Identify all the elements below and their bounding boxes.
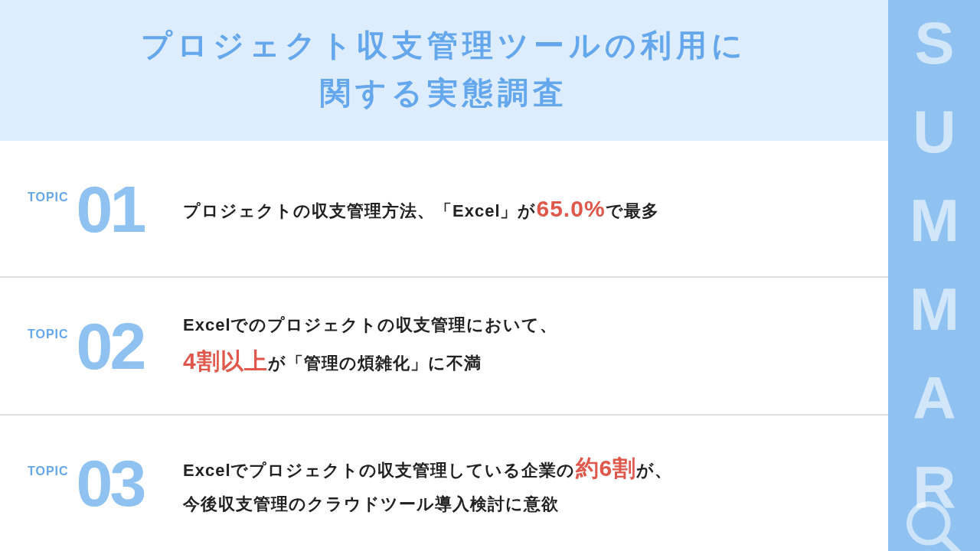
topic-emphasis: 65.0% bbox=[537, 196, 606, 221]
topic-item-3: TOPIC 03 Excelでプロジェクトの収支管理している企業の約6割が、 今… bbox=[0, 414, 888, 551]
topic-text-line1: Excelでのプロジェクトの収支管理において、 bbox=[183, 315, 558, 334]
topic-text-post: で最多 bbox=[606, 201, 659, 220]
topic-number: 01 bbox=[77, 176, 144, 242]
main-content: プロジェクト収支管理ツールの利用に 関する実態調査 TOPIC 01 プロジェク… bbox=[0, 0, 888, 551]
topic-body: プロジェクトの収支管理方法、「Excel」が65.0%で最多 bbox=[169, 188, 659, 230]
topics-list: TOPIC 01 プロジェクトの収支管理方法、「Excel」が65.0%で最多 … bbox=[0, 141, 888, 551]
title-line-2: 関する実態調査 bbox=[320, 76, 568, 109]
sidebar: SUMMARY bbox=[888, 0, 980, 551]
topic-text-pre: Excelでプロジェクトの収支管理している企業の bbox=[183, 461, 576, 480]
topic-text-post: が、 bbox=[636, 461, 672, 480]
svg-line-1 bbox=[943, 538, 961, 551]
topic-number-block: TOPIC 03 bbox=[28, 450, 169, 516]
topic-number-block: TOPIC 02 bbox=[28, 313, 169, 379]
topic-body: Excelでプロジェクトの収支管理している企業の約6割が、 今後収支管理のクラウ… bbox=[169, 448, 672, 520]
topic-text-post: が「管理の煩雑化」に不満 bbox=[268, 354, 482, 373]
topic-item-2: TOPIC 02 Excelでのプロジェクトの収支管理において、 4割以上が「管… bbox=[0, 276, 888, 413]
sidebar-label: SUMMARY bbox=[900, 9, 969, 551]
topic-number: 02 bbox=[77, 313, 144, 379]
topic-emphasis: 約6割 bbox=[576, 455, 637, 481]
topic-label: TOPIC bbox=[28, 328, 69, 364]
topic-text-line2: 今後収支管理のクラウドツール導入検討に意欲 bbox=[183, 494, 559, 514]
topic-label: TOPIC bbox=[28, 465, 69, 501]
topic-item-1: TOPIC 01 プロジェクトの収支管理方法、「Excel」が65.0%で最多 bbox=[0, 141, 888, 276]
topic-label: TOPIC bbox=[28, 191, 69, 227]
magnifier-icon bbox=[900, 494, 969, 551]
topic-body: Excelでのプロジェクトの収支管理において、 4割以上が「管理の煩雑化」に不満 bbox=[169, 310, 558, 382]
page-title: プロジェクト収支管理ツールの利用に 関する実態調査 bbox=[0, 0, 888, 141]
topic-number: 03 bbox=[77, 450, 144, 516]
topic-emphasis: 4割以上 bbox=[183, 348, 268, 373]
topic-text-pre: プロジェクトの収支管理方法、「Excel」が bbox=[183, 201, 537, 220]
topic-number-block: TOPIC 01 bbox=[28, 176, 169, 242]
title-line-1: プロジェクト収支管理ツールの利用に bbox=[141, 28, 747, 62]
